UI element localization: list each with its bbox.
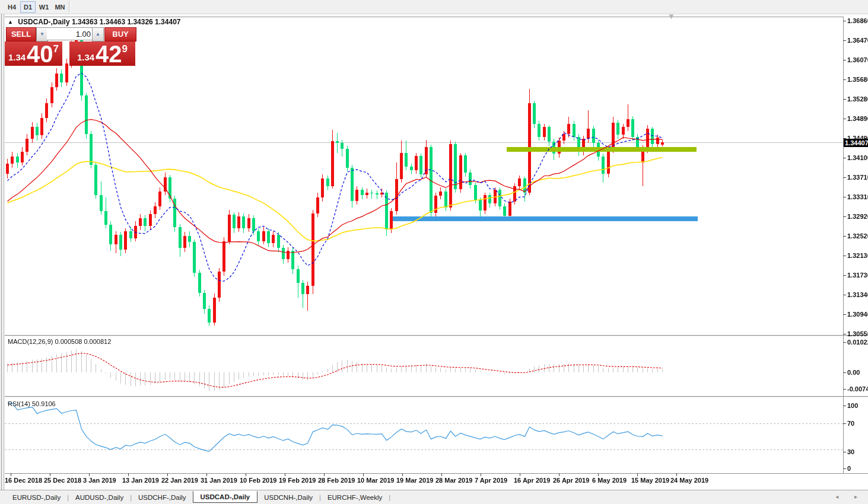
price-axis-tick: 1.33310 xyxy=(847,193,868,200)
chart-tab-bar: EURUSD-,Daily|AUDUSD-,Daily|USDCHF-,Dail… xyxy=(0,490,868,504)
rsi-axis-tick: 30 xyxy=(847,448,854,455)
macd-axis-tick: 0.010229 xyxy=(847,339,868,346)
price-axis-tick: 1.36860 xyxy=(847,17,868,24)
date-axis-tick: 16 Dec 2018 xyxy=(5,477,42,484)
tab-eurchf[interactable]: EURCHF-,Weekly xyxy=(321,492,389,503)
price-axis-tick: 1.36470 xyxy=(847,37,868,44)
tab-eurusd[interactable]: EURUSD-,Daily xyxy=(6,492,67,503)
tab-scroll-left-icon[interactable]: ◂ xyxy=(835,493,845,500)
sell-quote-panel[interactable]: 1.34 40 7 xyxy=(5,42,62,66)
date-axis-tick: 13 Jan 2019 xyxy=(122,477,159,484)
price-axis-tick: 1.32520 xyxy=(847,232,868,240)
tab-usdchf[interactable]: USDCHF-,Daily xyxy=(132,492,193,503)
collapse-trade-panel-icon[interactable]: ▲ xyxy=(8,19,13,25)
timeframe-button-h4[interactable]: H4 xyxy=(4,1,20,13)
date-axis-tick: 3 Jan 2019 xyxy=(83,477,116,484)
tab-audusd[interactable]: AUDUSD-,Daily xyxy=(69,492,130,503)
date-axis-tick: 28 Feb 2019 xyxy=(318,477,355,484)
price-axis-tick: 1.36070 xyxy=(847,56,868,63)
rsi-label: RSI(14) 50.9106 xyxy=(8,400,56,407)
date-axis-tick: 16 Apr 2019 xyxy=(514,477,550,484)
price-axis-tick: 1.35680 xyxy=(847,76,868,83)
sell-button[interactable]: SELL xyxy=(6,27,36,42)
timeframe-button-d1[interactable]: D1 xyxy=(20,1,36,13)
tab-usdcnh[interactable]: USDCNH-,Daily xyxy=(257,492,319,503)
rsi-axis-tick: 70 xyxy=(847,420,854,427)
window-left-frame xyxy=(0,14,5,490)
date-axis-tick: 26 Apr 2019 xyxy=(553,477,589,484)
price-axis-tick: 1.35280 xyxy=(847,95,868,103)
price-axis-tick: 1.33710 xyxy=(847,174,868,181)
price-axis-tick: 1.32130 xyxy=(847,252,868,259)
date-axis-tick: 22 Jan 2019 xyxy=(161,477,198,484)
timeframe-toolbar: H4D1W1MN xyxy=(0,0,868,14)
spinner-down-icon: ▼ xyxy=(40,31,44,37)
date-axis-tick: 10 Mar 2019 xyxy=(357,477,394,484)
tab-usdcad[interactable]: USDCAD-,Daily xyxy=(193,491,258,503)
price-axis-tick: 1.31730 xyxy=(847,272,868,279)
price-axis-tick: 1.31340 xyxy=(847,291,868,298)
price-axis-tick: 1.30550 xyxy=(847,330,868,337)
rsi-axis-tick: 100 xyxy=(847,402,858,409)
toolbar-separator xyxy=(69,1,70,12)
timeframe-button-mn[interactable]: MN xyxy=(52,1,68,13)
tab-scroll-right-icon[interactable]: ▸ xyxy=(854,493,864,500)
date-axis-tick: 25 Dec 2018 xyxy=(44,477,81,484)
macd-axis-tick: 0.00 xyxy=(847,369,860,376)
macd-label: MACD(12,26,9) 0.000508 0.000812 xyxy=(8,338,111,345)
spinner-up-icon: ▲ xyxy=(96,31,100,37)
date-axis-tick: 31 Jan 2019 xyxy=(201,477,237,484)
buy-quote-panel[interactable]: 1.34 42 9 xyxy=(69,42,135,66)
sell-price-big: 40 xyxy=(27,43,53,65)
buy-price-pip: 9 xyxy=(122,43,128,55)
tab-scroll-buttons: ◂ ▸ xyxy=(835,493,864,500)
chart-canvas[interactable] xyxy=(0,0,868,504)
date-axis-tick: 7 Apr 2019 xyxy=(475,477,507,484)
macd-value-signal: 0.000812 xyxy=(84,338,111,345)
date-axis-tick: 15 May 2019 xyxy=(631,477,669,484)
tab-separator: | xyxy=(389,494,390,501)
macd-axis-tick: -0.007477 xyxy=(847,385,868,393)
date-axis-tick: 19 Mar 2019 xyxy=(396,477,433,484)
timeframe-button-w1[interactable]: W1 xyxy=(36,1,52,13)
date-axis-tick: 19 Feb 2019 xyxy=(279,477,316,484)
price-axis-tick: 1.32920 xyxy=(847,213,868,220)
volume-increase-button[interactable]: ▲ xyxy=(92,27,104,42)
date-axis-tick: 10 Feb 2019 xyxy=(240,477,276,484)
current-price-tag: 1.34407 xyxy=(844,139,868,147)
volume-input[interactable] xyxy=(47,27,94,40)
chart-title: ▲ USDCAD-,Daily 1.34363 1.34463 1.34326 … xyxy=(8,18,180,26)
buy-button[interactable]: BUY xyxy=(104,27,136,42)
chart-title-ohlc: 1.34363 1.34463 1.34326 1.34407 xyxy=(72,18,181,26)
sell-price-prefix: 1.34 xyxy=(8,52,26,62)
date-axis-tick: 28 Mar 2019 xyxy=(435,477,472,484)
price-axis-tick: 1.34890 xyxy=(847,115,868,122)
date-axis-tick: 6 May 2019 xyxy=(592,477,627,484)
price-axis-tick: 1.30940 xyxy=(847,311,868,318)
buy-price-prefix: 1.34 xyxy=(77,52,94,62)
autoscroll-marker-icon: ▼ xyxy=(667,12,675,21)
rsi-axis-tick: 0 xyxy=(847,465,851,472)
chart-title-symbol: USDCAD-,Daily xyxy=(18,18,69,26)
macd-value-main: 0.000508 xyxy=(55,338,82,345)
trading-app-window: H4D1W1MN ▲ USDCAD-,Daily 1.34363 1.34463… xyxy=(0,0,868,504)
sell-price-pip: 7 xyxy=(53,43,59,55)
price-axis-tick: 1.34100 xyxy=(847,154,868,161)
rsi-value: 50.9106 xyxy=(32,400,56,407)
date-axis-tick: 24 May 2019 xyxy=(670,477,708,484)
buy-price-big: 42 xyxy=(96,43,122,65)
volume-decrease-button[interactable]: ▼ xyxy=(36,27,48,42)
